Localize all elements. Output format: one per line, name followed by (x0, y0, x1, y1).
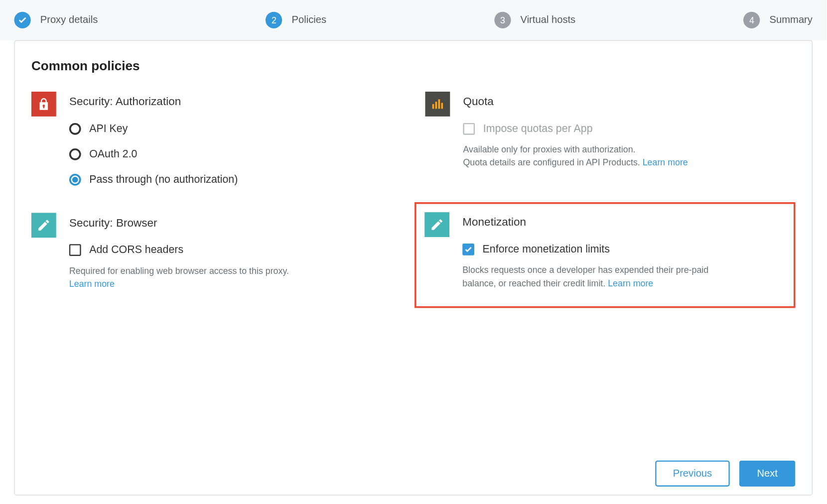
radio-pass-through[interactable]: Pass through (no authorization) (69, 173, 402, 186)
radio-icon (69, 148, 81, 160)
radio-label: OAuth 2.0 (89, 148, 137, 160)
policy-quota: Quota Impose quotas per App Available on… (425, 92, 795, 189)
help-line: Quota details are configured in API Prod… (463, 157, 642, 167)
learn-more-link[interactable]: Learn more (608, 278, 653, 288)
check-icon (14, 12, 30, 28)
step-label: Virtual hosts (521, 14, 576, 26)
radio-label: Pass through (no authorization) (89, 173, 238, 186)
step-policies[interactable]: 2 Policies (266, 12, 326, 28)
pencil-icon (31, 213, 56, 238)
svg-rect-2 (438, 99, 440, 109)
step-summary[interactable]: 4 Summary (743, 12, 813, 28)
radio-icon (69, 123, 81, 134)
checkbox-label: Impose quotas per App (483, 123, 593, 135)
radio-oauth[interactable]: OAuth 2.0 (69, 148, 402, 160)
step-label: Policies (292, 14, 327, 26)
wizard-footer: Previous Next (655, 461, 795, 487)
policies-panel: Common policies Security: Authorization … (14, 40, 812, 496)
step-label: Summary (770, 14, 813, 26)
radio-icon (69, 173, 81, 185)
step-proxy-details[interactable]: Proxy details (14, 12, 98, 28)
checkbox-label: Enforce monetization limits (483, 243, 610, 255)
policy-security-browser: Security: Browser Add CORS headers Requi… (31, 213, 402, 308)
step-number: 4 (743, 12, 760, 28)
policy-monetization: Monetization Enforce monetization limits… (414, 202, 795, 308)
checkbox-icon (463, 123, 475, 134)
help-line: Blocks requests once a developer has exp… (462, 265, 708, 288)
next-button[interactable]: Next (739, 461, 796, 487)
previous-button[interactable]: Previous (655, 461, 730, 487)
lock-icon (31, 92, 56, 117)
help-text: Blocks requests once a developer has exp… (462, 263, 711, 289)
checkbox-icon (462, 243, 474, 255)
checkbox-icon (69, 244, 81, 256)
checkbox-cors-headers[interactable]: Add CORS headers (69, 244, 402, 256)
help-text: Required for enabling web browser access… (69, 264, 318, 290)
learn-more-link[interactable]: Learn more (69, 278, 115, 288)
checkbox-impose-quotas: Impose quotas per App (463, 123, 795, 135)
policy-title: Security: Authorization (69, 95, 402, 108)
policy-title: Quota (463, 95, 795, 108)
svg-rect-0 (432, 104, 434, 109)
learn-more-link[interactable]: Learn more (643, 157, 688, 167)
step-number: 2 (266, 12, 282, 28)
step-virtual-hosts[interactable]: 3 Virtual hosts (494, 12, 575, 28)
bar-chart-icon (425, 92, 450, 117)
policy-title: Security: Browser (69, 216, 402, 229)
checkbox-label: Add CORS headers (89, 244, 183, 256)
svg-rect-1 (435, 102, 437, 109)
help-line: Available only for proxies with authoriz… (463, 144, 635, 154)
panel-title: Common policies (31, 59, 796, 74)
radio-label: API Key (89, 123, 128, 135)
wizard-stepper: Proxy details 2 Policies 3 Virtual hosts… (0, 0, 827, 40)
help-line: Required for enabling web browser access… (69, 265, 289, 275)
policy-title: Monetization (462, 216, 783, 229)
step-label: Proxy details (40, 14, 98, 26)
policy-security-authorization: Security: Authorization API Key OAuth 2.… (31, 92, 402, 189)
checkbox-enforce-monetization[interactable]: Enforce monetization limits (462, 243, 783, 255)
radio-api-key[interactable]: API Key (69, 123, 402, 135)
svg-rect-3 (441, 103, 443, 109)
help-text: Available only for proxies with authoriz… (463, 143, 711, 169)
step-number: 3 (494, 12, 511, 28)
pencil-icon (424, 212, 449, 237)
